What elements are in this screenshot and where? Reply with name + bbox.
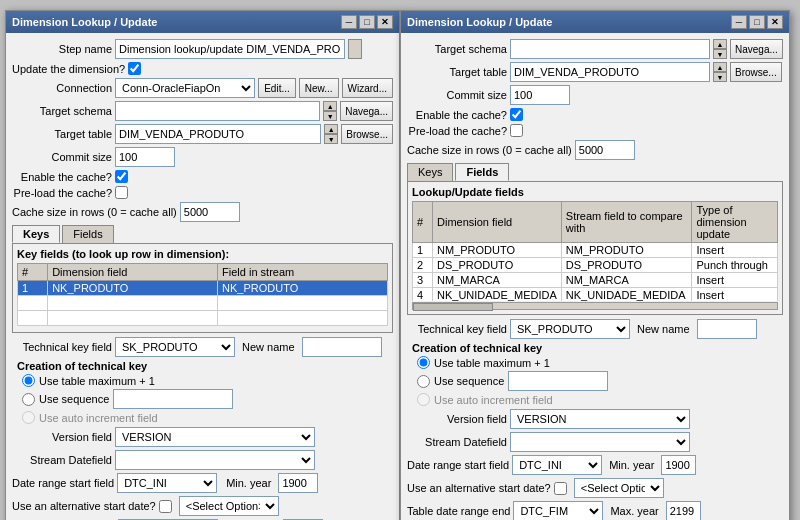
cache-size-label: Cache size in rows (0 = cache all) (12, 206, 177, 218)
alt-start-select2[interactable]: <Select Option> (574, 478, 664, 498)
table-row[interactable]: 3 NM_MARCA NM_MARCA Insert (413, 273, 778, 288)
connection-row: Connection Conn-OracleFiapOn Edit... New… (12, 78, 393, 98)
target-table-row2: Target table ▲ ▼ Browse... (407, 62, 783, 82)
maximize-btn1[interactable]: □ (359, 15, 375, 29)
sequence-value-input1[interactable] (113, 389, 233, 409)
table-date-end-row2: Table date range end DTC_FIM Max. year (407, 501, 783, 520)
tab-keys1[interactable]: Keys (12, 225, 60, 243)
radio-sequence-input1[interactable] (22, 393, 35, 406)
new-name-input2[interactable] (697, 319, 757, 339)
navega-btn2[interactable]: Navega... (730, 39, 783, 59)
edit-btn[interactable]: Edit... (258, 78, 296, 98)
wizard-btn[interactable]: Wizard... (342, 78, 393, 98)
target-schema-input2[interactable] (510, 39, 710, 59)
step-name-input[interactable] (115, 39, 345, 59)
connection-select[interactable]: Conn-OracleFiapOn (115, 78, 255, 98)
stream-datefield-select1[interactable] (115, 450, 315, 470)
enable-cache-checkbox[interactable] (115, 170, 128, 183)
alt-start-checkbox2[interactable] (554, 482, 567, 495)
sequence-value-input2[interactable] (508, 371, 608, 391)
tabs1: Keys Fields (12, 225, 393, 243)
tech-key-row1: Technical key field SK_PRODUTO New name (12, 337, 393, 357)
window1: Dimension Lookup / Update ─ □ ✕ Step nam… (5, 10, 400, 520)
new-name-label1: New name (242, 341, 295, 353)
table-row[interactable] (18, 296, 388, 311)
commit-size-label2: Commit size (407, 89, 507, 101)
max-year-input2[interactable] (666, 501, 701, 520)
keys-section-title: Key fields (to look up row in dimension)… (17, 248, 388, 260)
target-table-input[interactable] (115, 124, 321, 144)
date-start-select1[interactable]: DTC_INI (117, 473, 217, 493)
browse-btn1[interactable]: Browse... (341, 124, 393, 144)
update-dim-row: Update the dimension? (12, 62, 393, 75)
cache-size-label2: Cache size in rows (0 = cache all) (407, 144, 572, 156)
target-schema-input[interactable] (115, 101, 320, 121)
horiz-scroll2[interactable] (412, 302, 778, 310)
alt-start-label2: Use an alternative start date? (407, 482, 551, 494)
version-field-select1[interactable]: VERSION (115, 427, 315, 447)
target-table-label: Target table (12, 128, 112, 140)
table-row[interactable]: 1 NK_PRODUTO NK_PRODUTO (18, 281, 388, 296)
enable-cache-checkbox2[interactable] (510, 108, 523, 121)
target-schema-spin2: ▲ ▼ (713, 39, 727, 59)
cache-size-input2[interactable] (575, 140, 635, 160)
update-dim-checkbox[interactable] (128, 62, 141, 75)
table-row[interactable] (18, 311, 388, 326)
col-num2: # (413, 202, 433, 243)
table-row[interactable]: 4 NK_UNIDADE_MEDIDA NK_UNIDADE_MEDIDA In… (413, 288, 778, 302)
tech-key-select1[interactable]: SK_PRODUTO (115, 337, 235, 357)
table-row[interactable]: 1 NM_PRODUTO NM_PRODUTO Insert (413, 243, 778, 258)
close-btn2[interactable]: ✕ (767, 15, 783, 29)
preload-cache-checkbox[interactable] (115, 186, 128, 199)
table-date-end-select2[interactable]: DTC_FIM (513, 501, 603, 520)
alt-start-select1[interactable]: <Select Option> (179, 496, 279, 516)
radio-auto-input1[interactable] (22, 411, 35, 424)
date-start-label1: Date range start field (12, 477, 114, 489)
col-stream-field2: Stream field to compare with (561, 202, 692, 243)
radio-sequence1: Use sequence (22, 389, 393, 409)
preload-cache-checkbox2[interactable] (510, 124, 523, 137)
radio-table-max-input2[interactable] (417, 356, 430, 369)
radio-sequence2: Use sequence (417, 371, 783, 391)
minimize-btn2[interactable]: ─ (731, 15, 747, 29)
radio-auto-label2: Use auto increment field (434, 394, 553, 406)
alt-start-label1: Use an alternative start date? (12, 500, 156, 512)
creation-label2: Creation of technical key (412, 342, 783, 354)
version-field-select2[interactable]: VERSION (510, 409, 690, 429)
stream-datefield-label2: Stream Datefield (407, 436, 507, 448)
max-year-label2: Max. year (610, 505, 658, 517)
preload-cache-row: Pre-load the cache? (12, 186, 393, 199)
min-year-input2[interactable] (661, 455, 696, 475)
row-stream: NK_PRODUTO (218, 281, 388, 296)
browse-btn2[interactable]: Browse... (730, 62, 782, 82)
tech-key-select2[interactable]: SK_PRODUTO (510, 319, 630, 339)
target-table-input2[interactable] (510, 62, 710, 82)
new-name-input1[interactable] (302, 337, 382, 357)
alt-start-checkbox1[interactable] (159, 500, 172, 513)
navega-btn1[interactable]: Navega... (340, 101, 393, 121)
date-start-select2[interactable]: DTC_INI (512, 455, 602, 475)
radio-table-max-input1[interactable] (22, 374, 35, 387)
maximize-btn2[interactable]: □ (749, 15, 765, 29)
commit-size-input2[interactable] (510, 85, 570, 105)
radio-sequence-label1: Use sequence (39, 393, 109, 405)
preload-cache-label: Pre-load the cache? (12, 187, 112, 199)
commit-size-input[interactable] (115, 147, 175, 167)
min-year-input1[interactable] (278, 473, 318, 493)
target-table-spin: ▲ ▼ (324, 124, 338, 144)
alt-start-row2: Use an alternative start date? <Select O… (407, 478, 783, 498)
tab-keys2[interactable]: Keys (407, 163, 453, 181)
date-start-row2: Date range start field DTC_INI Min. year (407, 455, 783, 475)
new-btn[interactable]: New... (299, 78, 339, 98)
table-row[interactable]: 2 DS_PRODUTO DS_PRODUTO Punch through (413, 258, 778, 273)
cache-size-input[interactable] (180, 202, 240, 222)
date-start-row1: Date range start field DTC_INI Min. year (12, 473, 393, 493)
close-btn1[interactable]: ✕ (377, 15, 393, 29)
tab-fields1[interactable]: Fields (62, 225, 113, 243)
minimize-btn1[interactable]: ─ (341, 15, 357, 29)
enable-cache-label2: Enable the cache? (407, 109, 507, 121)
radio-sequence-input2[interactable] (417, 375, 430, 388)
radio-auto-input2[interactable] (417, 393, 430, 406)
stream-datefield-select2[interactable] (510, 432, 690, 452)
tab-fields2[interactable]: Fields (455, 163, 509, 181)
